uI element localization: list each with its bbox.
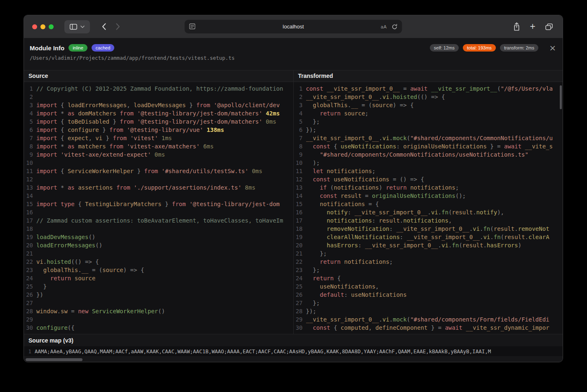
line-number: 21 (24, 249, 36, 258)
line-number: 24 (24, 274, 36, 282)
line-number: 15 (294, 200, 306, 208)
code-line: 30 const { computed, defineComponent } =… (294, 324, 563, 332)
module-badge-inline: inline (68, 44, 87, 52)
code-line: 14 const result = originalUseNotificatio… (294, 192, 563, 200)
vertical-scrollbar[interactable] (560, 85, 562, 109)
source-code: 1// Copyright (C) 2012-2025 Zammad Found… (24, 82, 293, 334)
code-line: 19loadDevMessages() (24, 233, 293, 241)
code-line: 12 (24, 175, 293, 183)
translate-icon[interactable]: aA (381, 24, 387, 29)
line-number: 20 (294, 241, 306, 249)
code-line: 27 (24, 299, 293, 307)
chevron-down-icon (80, 26, 85, 28)
code-line: 25 useNotifications, (294, 282, 563, 291)
tab-overview-button[interactable] (545, 23, 553, 30)
code-line: 17 notifications: result.notifications, (294, 216, 563, 225)
line-number: 27 (24, 299, 36, 307)
code-line: 21 (24, 249, 293, 258)
line-number: 6 (294, 126, 306, 134)
line-number: 24 (294, 274, 306, 282)
code-line: 8import * as matchers from 'vitest-axe/m… (24, 142, 293, 150)
code-line: 26}) (24, 291, 293, 299)
code-line: 11 let notifications; (294, 167, 563, 175)
line-number: 2 (24, 93, 36, 101)
code-line: 16 (24, 208, 293, 216)
line-number: 20 (24, 241, 36, 249)
line-number: 11 (24, 167, 36, 175)
code-line: 9 "#shared/components/CommonNotification… (294, 150, 563, 159)
code-line: 23 }; (294, 266, 563, 274)
code-line: 7import { expect, vi } from 'vitest' 1ms (24, 134, 293, 142)
line-number: 23 (294, 266, 306, 274)
line-number: 11 (294, 167, 306, 175)
line-number: 10 (24, 159, 36, 167)
sourcemap-line-number: 1 (24, 348, 35, 354)
line-number: 10 (294, 159, 306, 167)
code-line: 12 const useNotifications = () => { (294, 175, 563, 183)
line-number: 3 (294, 101, 306, 109)
code-line: 24 return source (24, 274, 293, 282)
code-line: 28}); (294, 307, 563, 315)
horizontal-scrollbar[interactable] (26, 358, 83, 361)
line-number: 17 (24, 216, 36, 225)
browser-toolbar: localhost aA + (24, 15, 563, 38)
code-line: 3 globalThis.__ = (source) => { (294, 101, 563, 109)
chevron-left-icon (102, 23, 106, 30)
line-number: 18 (24, 225, 36, 233)
code-line: 18 (24, 225, 293, 233)
line-number: 28 (24, 307, 36, 315)
code-line: 28window.sw = new ServiceWorkerHelper() (24, 307, 293, 315)
line-number: 23 (24, 266, 36, 274)
line-number: 7 (294, 134, 306, 142)
forward-button[interactable] (112, 21, 124, 33)
code-line: 22vi.hoisted(() => { (24, 258, 293, 266)
back-button[interactable] (98, 21, 110, 33)
line-number: 4 (24, 109, 36, 117)
code-line: 27 }; (294, 299, 563, 307)
sidebar-toggle-button[interactable] (64, 20, 90, 33)
line-number: 12 (24, 175, 36, 183)
code-line: 15import type { TestingLibraryMatchers }… (24, 200, 293, 208)
line-number: 14 (294, 192, 306, 200)
close-module-button[interactable]: × (549, 44, 556, 52)
chevron-right-icon (116, 23, 120, 30)
share-button[interactable] (513, 22, 520, 31)
new-tab-button[interactable]: + (530, 22, 535, 31)
window-close-button[interactable] (32, 24, 37, 29)
line-number: 16 (294, 208, 306, 216)
line-number: 12 (294, 175, 306, 183)
line-number: 1 (24, 85, 36, 93)
line-number: 22 (24, 258, 36, 266)
line-number: 14 (24, 192, 36, 200)
code-line: 9import 'vitest-axe/extend-expect' 0ms (24, 150, 293, 159)
reader-icon[interactable] (189, 23, 196, 29)
line-number: 13 (294, 183, 306, 192)
code-line: 4import * as domMatchers from '@testing-… (24, 109, 293, 117)
line-number: 9 (294, 150, 306, 159)
code-line: 10 ); (294, 159, 563, 167)
code-line: 24 return { (294, 274, 563, 282)
line-number: 27 (294, 299, 306, 307)
line-number: 5 (294, 117, 306, 126)
line-number: 9 (24, 150, 36, 159)
line-number: 8 (294, 142, 306, 150)
line-number: 26 (294, 291, 306, 299)
line-number: 18 (294, 225, 306, 233)
code-line: 13import * as assertions from './support… (24, 183, 293, 192)
reload-button[interactable] (392, 24, 398, 30)
url-text: localhost (283, 23, 304, 30)
window-minimize-button[interactable] (40, 24, 45, 29)
line-number: 30 (24, 324, 36, 332)
line-number: 19 (24, 233, 36, 241)
line-number: 4 (294, 109, 306, 117)
timing-badge-total: total: 193ms (463, 44, 496, 52)
line-number: 2 (294, 93, 306, 101)
line-number: 29 (294, 315, 306, 324)
line-number: 25 (294, 282, 306, 291)
window-zoom-button[interactable] (49, 24, 54, 29)
sidebar-icon (70, 24, 77, 30)
url-field[interactable]: localhost aA (185, 20, 402, 33)
line-number: 22 (294, 258, 306, 266)
line-number: 7 (24, 134, 36, 142)
source-panel: Source 1// Copyright (C) 2012-2025 Zamma… (24, 70, 294, 334)
